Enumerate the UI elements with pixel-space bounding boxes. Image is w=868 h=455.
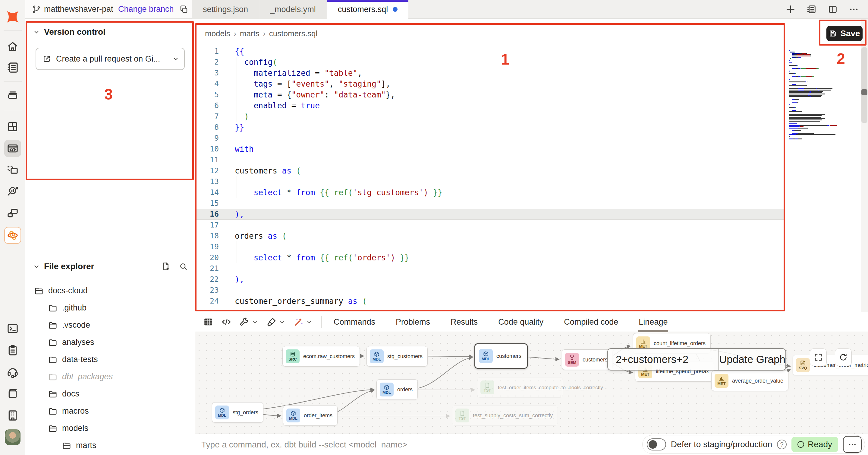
notebook-icon[interactable] xyxy=(4,59,21,76)
editor-scrollbar[interactable] xyxy=(861,19,868,312)
version-control-header[interactable]: Version control xyxy=(25,19,195,40)
lineage-canvas[interactable]: SRCecom.raw_customersMDLstg_customersMDL… xyxy=(195,332,868,433)
lineage-node-order_items[interactable]: MDLorder_items xyxy=(283,405,338,426)
code-line-22[interactable]: 22), xyxy=(195,274,785,285)
code-editor[interactable]: models › marts › customers.sql 1{{2 conf… xyxy=(195,19,868,312)
lineage-node-customers[interactable]: MDLcustomers xyxy=(474,343,528,369)
dashboard-grid-icon[interactable] xyxy=(4,118,21,135)
tab-customers.sql[interactable]: customers.sql xyxy=(327,0,409,19)
file-tree-item-marts[interactable]: marts xyxy=(25,437,195,454)
lineage-node-customer_order_metrics[interactable]: SVQcustomer_order_metrics xyxy=(793,355,868,375)
file-explorer-header[interactable]: File explorer xyxy=(25,253,195,274)
docs-book-icon[interactable] xyxy=(4,385,21,402)
file-tree-item-analyses[interactable]: analyses xyxy=(25,334,195,351)
file-tree-item-macros[interactable]: macros xyxy=(25,402,195,420)
code-line-5[interactable]: 5 meta = {"owner": "data-team"}, xyxy=(195,89,785,100)
code-line-23[interactable]: 23 xyxy=(195,285,785,296)
breadcrumb-marts[interactable]: marts xyxy=(240,29,259,38)
code-line-6[interactable]: 6 enabled = true xyxy=(195,100,785,111)
ai-wand-icon[interactable] xyxy=(293,317,313,327)
lineage-selector-input[interactable]: 2+customers+2 xyxy=(608,349,718,370)
lineage-node-stg_customers[interactable]: MDLstg_customers xyxy=(367,346,428,367)
lineage-node-orders[interactable]: MDLorders xyxy=(376,379,418,400)
home-icon[interactable] xyxy=(4,38,21,55)
build-wrench-icon[interactable] xyxy=(239,317,258,327)
code-line-20[interactable]: 20 select * from {{ ref('orders') }} xyxy=(195,252,785,263)
lineage-node-stg_orders[interactable]: MDLstg_orders xyxy=(212,402,264,423)
refresh-graph-button[interactable] xyxy=(835,348,852,366)
code-line-17[interactable]: 17 xyxy=(195,220,785,230)
query-explore-icon[interactable] xyxy=(4,183,21,200)
create-pull-request-button[interactable]: Create a pull request on Gi... xyxy=(36,48,185,70)
dbt-logo-icon[interactable] xyxy=(4,8,21,25)
bottom-tab-compiled-code[interactable]: Compiled code xyxy=(562,313,620,331)
bottom-tab-problems[interactable]: Problems xyxy=(394,313,432,331)
defer-toggle[interactable] xyxy=(647,438,666,451)
search-icon[interactable] xyxy=(179,262,188,271)
tab-_models.yml[interactable]: _models.yml xyxy=(259,0,327,19)
command-input[interactable]: Type a command, ex. dbt build --select <… xyxy=(201,434,407,455)
support-headset-icon[interactable] xyxy=(4,363,21,380)
scrollbar-thumb[interactable] xyxy=(861,47,867,123)
results-table-icon[interactable] xyxy=(203,317,213,327)
code-line-9[interactable]: 9 xyxy=(195,133,785,144)
terminal-icon[interactable] xyxy=(4,320,21,337)
breadcrumb-models[interactable]: models xyxy=(205,29,230,38)
update-graph-button[interactable]: Update Graph xyxy=(719,349,785,370)
file-tree-item-.github[interactable]: .github xyxy=(25,299,195,316)
code-line-8[interactable]: 8}} xyxy=(195,122,785,133)
bottom-tab-results[interactable]: Results xyxy=(449,313,479,331)
tab-settings.json[interactable]: settings.json xyxy=(192,0,259,19)
fullscreen-button[interactable] xyxy=(810,348,827,366)
more-options-icon[interactable] xyxy=(849,4,859,15)
code-line-2[interactable]: 2 config( xyxy=(195,57,785,67)
code-line-14[interactable]: 14 select * from {{ ref('stg_customers')… xyxy=(195,187,785,198)
file-tree-item-.vscode[interactable]: .vscode xyxy=(25,316,195,334)
code-editor-icon[interactable] xyxy=(4,140,21,157)
copilot-atom-icon[interactable] xyxy=(4,227,21,244)
copy-branch-icon[interactable] xyxy=(179,5,188,14)
lineage-node-average_order_value[interactable]: METaverage_order_value xyxy=(711,371,788,391)
file-tree-item-docs-cloud[interactable]: docs-cloud xyxy=(25,282,195,299)
jobs-drawer-icon[interactable] xyxy=(4,86,21,103)
code-line-15[interactable]: 15 xyxy=(195,198,785,209)
canvas-icon[interactable] xyxy=(4,162,21,179)
new-tab-plus-icon[interactable] xyxy=(785,4,796,15)
editor-minimap[interactable] xyxy=(789,47,834,136)
code-lines[interactable]: 1{{2 config(3 materialized = "table",4 t… xyxy=(195,46,785,307)
pr-button-caret[interactable] xyxy=(167,48,184,69)
status-more-button[interactable] xyxy=(843,436,862,453)
code-line-19[interactable]: 19 xyxy=(195,241,785,252)
code-line-16[interactable]: 16), xyxy=(195,209,785,220)
bottom-tab-code-quality[interactable]: Code quality xyxy=(496,313,545,331)
file-list-icon[interactable] xyxy=(807,4,817,15)
user-avatar[interactable] xyxy=(5,429,21,445)
code-line-18[interactable]: 18orders as ( xyxy=(195,230,785,241)
code-line-13[interactable]: 13 xyxy=(195,176,785,187)
bottom-tab-commands[interactable]: Commands xyxy=(332,313,377,331)
code-line-4[interactable]: 4 tags = ["events", "staging"], xyxy=(195,79,785,89)
breadcrumb-file[interactable]: customers.sql xyxy=(269,29,317,38)
code-line-12[interactable]: 12customers as ( xyxy=(195,165,785,176)
ready-status-badge[interactable]: Ready xyxy=(792,437,838,452)
lineage-node-ecom.raw_customers[interactable]: SRCecom.raw_customers xyxy=(282,346,360,367)
code-line-21[interactable]: 21 xyxy=(195,263,785,274)
lineage-node-test_order_items_compute_to_bools_correctly[interactable]: TSTtest_order_items_compute_to_bools_cor… xyxy=(477,377,563,398)
format-brush-icon[interactable] xyxy=(267,317,286,327)
bottom-tab-lineage[interactable]: Lineage xyxy=(637,313,670,331)
help-icon[interactable]: ? xyxy=(777,439,786,449)
save-button[interactable]: Save xyxy=(827,26,863,41)
split-pane-icon[interactable] xyxy=(828,4,838,15)
code-line-10[interactable]: 10with xyxy=(195,144,785,154)
lineage-node-test_supply_costs_sum_correctly[interactable]: TSTtest_supply_costs_sum_correctly xyxy=(452,405,558,426)
code-line-7[interactable]: 7 ) xyxy=(195,111,785,122)
code-line-3[interactable]: 3 materialized = "table", xyxy=(195,67,785,79)
organization-icon[interactable] xyxy=(4,407,21,424)
scrollbar-handle[interactable] xyxy=(861,89,867,95)
code-tag-icon[interactable] xyxy=(221,317,231,327)
file-tree-item-dbt_packages[interactable]: dbt_packages xyxy=(25,368,195,385)
windows-icon[interactable] xyxy=(4,205,21,222)
code-line-1[interactable]: 1{{ xyxy=(195,46,785,57)
clipboard-icon[interactable] xyxy=(4,342,21,359)
file-tree-item-data-tests[interactable]: data-tests xyxy=(25,351,195,368)
